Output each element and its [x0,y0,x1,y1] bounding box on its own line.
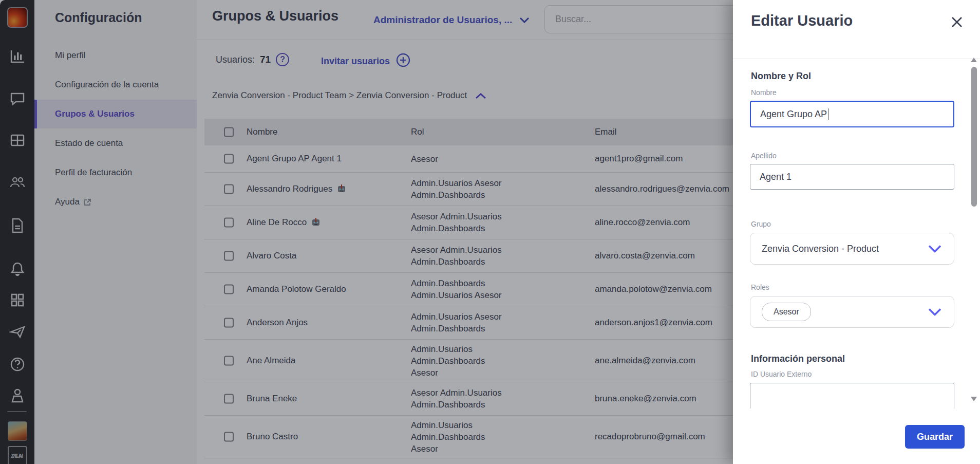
save-button[interactable]: Guardar [905,425,965,449]
app-window: ZEN VIA Configuración Mi perfil Configur… [0,0,980,464]
text-caret [828,108,828,120]
nombre-value: Agent Grupo AP [760,109,827,120]
roles-label: Roles [751,283,769,291]
close-icon[interactable] [950,15,964,29]
nombre-label: Nombre [751,88,777,97]
role-chip: Asesor [762,303,811,321]
panel-divider [733,59,980,59]
grupo-value: Zenvia Conversion - Product [762,244,879,254]
chevron-down-icon [928,308,941,316]
apellido-value: Agent 1 [760,172,791,182]
section-name-role: Nombre y Rol [751,71,811,82]
edit-user-panel: Editar Usuario Nombre y Rol Nombre Agent… [733,0,980,464]
id-externo-label: ID Usuario Externo [751,370,812,378]
apellido-label: Apellido [751,152,777,160]
roles-select[interactable]: Asesor [750,296,954,328]
scrollbar-up-arrow[interactable] [971,58,977,62]
section-personal-info: Información personal [751,354,845,364]
panel-title: Editar Usuario [751,12,853,29]
scrollbar-down-arrow[interactable] [971,397,977,401]
nombre-input[interactable]: Agent Grupo AP [750,101,954,127]
panel-footer: Guardar [733,409,980,464]
modal-overlay [0,0,733,464]
grupo-select[interactable]: Zenvia Conversion - Product [750,233,954,265]
apellido-input[interactable]: Agent 1 [750,164,954,190]
scrollbar-thumb[interactable] [971,67,977,207]
chevron-down-icon [928,245,941,253]
grupo-label: Grupo [751,220,771,228]
